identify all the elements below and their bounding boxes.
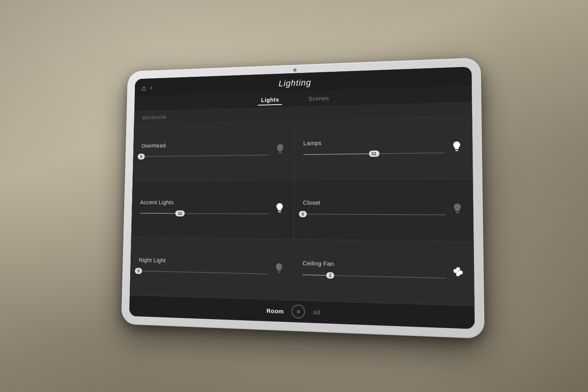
controls-grid: Overhead 0 — [130, 116, 475, 306]
header-left: ⌂ ‹ — [142, 83, 152, 92]
control-accent-lights[interactable]: Accent Lights 32 — [131, 180, 294, 240]
night-track — [138, 270, 268, 274]
overhead-track — [141, 154, 269, 157]
fan-icon — [450, 265, 466, 281]
control-fan-content: Ceiling Fan 2 — [302, 260, 446, 283]
control-closet[interactable]: Closet 0 — [294, 179, 474, 242]
night-thumb[interactable]: 0 — [135, 268, 142, 274]
filter-icon: ≡ — [297, 308, 300, 315]
control-overhead[interactable]: Overhead 0 — [132, 120, 294, 180]
fan-slider[interactable]: 2 — [302, 270, 446, 284]
control-closet-content: Closet 0 — [303, 199, 445, 220]
accent-fill — [140, 213, 180, 214]
bottom-tab-all[interactable]: All — [313, 309, 320, 316]
camera — [293, 69, 296, 72]
back-icon[interactable]: ‹ — [150, 84, 152, 92]
night-bulb-icon — [272, 262, 286, 276]
tab-lights[interactable]: Lights — [258, 94, 282, 105]
fan-label: Ceiling Fan — [303, 260, 446, 269]
section-label: BEDROOM — [143, 115, 167, 120]
closet-thumb[interactable]: 0 — [299, 211, 307, 218]
home-icon[interactable]: ⌂ — [142, 84, 146, 93]
lamps-fill — [303, 153, 374, 155]
control-night-light[interactable]: Night Light 0 — [130, 237, 294, 300]
accent-track — [140, 213, 269, 214]
accent-bulb-icon — [272, 202, 287, 216]
control-lamps-content: Lamps 51 — [303, 137, 445, 160]
fan-thumb[interactable]: 2 — [326, 272, 334, 279]
filter-button[interactable]: ≡ — [292, 305, 305, 319]
closet-bulb-icon — [450, 203, 465, 217]
accent-thumb[interactable]: 32 — [175, 211, 185, 217]
control-accent-content: Accent Lights 32 — [140, 199, 269, 219]
overhead-bulb-icon — [273, 143, 287, 157]
accent-slider[interactable]: 32 — [140, 209, 269, 219]
overhead-thumb[interactable]: 0 — [138, 154, 145, 160]
overhead-slider[interactable]: 0 — [141, 150, 269, 161]
closet-label: Closet — [303, 199, 446, 206]
overhead-label: Overhead — [142, 140, 270, 149]
lamps-slider[interactable]: 51 — [303, 147, 445, 160]
bottom-tab-room[interactable]: Room — [267, 307, 284, 314]
fan-track — [303, 274, 446, 279]
control-night-content: Night Light 0 — [138, 257, 269, 279]
lamps-thumb[interactable]: 51 — [369, 151, 379, 157]
screen: ⌂ ‹ Lighting Lights Scenes BEDROOM Overh… — [129, 67, 475, 329]
tablet-frame: ⌂ ‹ Lighting Lights Scenes BEDROOM Overh… — [121, 58, 485, 339]
control-overhead-content: Overhead 0 — [141, 140, 269, 162]
accent-label: Accent Lights — [140, 199, 269, 206]
lamps-bulb-icon — [449, 140, 465, 155]
control-lamps[interactable]: Lamps 51 — [294, 116, 473, 180]
control-ceiling-fan[interactable]: Ceiling Fan 2 — [293, 240, 474, 306]
night-label: Night Light — [139, 257, 269, 266]
closet-track — [303, 214, 446, 216]
tab-scenes[interactable]: Scenes — [305, 93, 332, 104]
closet-slider[interactable]: 0 — [303, 209, 445, 221]
night-slider[interactable]: 0 — [138, 266, 268, 279]
lamps-label: Lamps — [303, 137, 445, 146]
page-title: Lighting — [279, 77, 311, 88]
